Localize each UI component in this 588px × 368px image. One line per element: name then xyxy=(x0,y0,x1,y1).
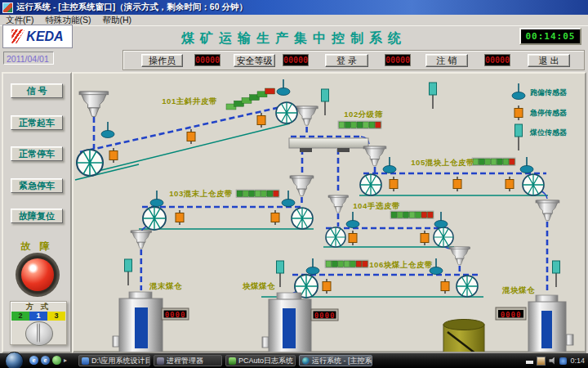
screen-102-label: 102分级筛 xyxy=(344,110,382,119)
page-title: 煤矿运输生产集中控制系统 xyxy=(122,30,466,47)
legend-estop-label: 急停传感器 xyxy=(529,109,568,117)
hopper-103-discharge xyxy=(131,231,152,249)
belt-103-lines xyxy=(139,197,314,290)
pulley-105-left xyxy=(360,174,381,195)
fault-reset-button[interactable]: 故障复位 xyxy=(11,209,63,223)
os-taskbar: e e ▸ D:\应用系统设计目... 进程管理器 PCAuto日志系统 运行系… xyxy=(0,353,588,368)
task-folder-window[interactable]: D:\应用系统设计目... xyxy=(78,355,150,366)
bunker-mixed-display: 0000 xyxy=(496,307,526,320)
deviation-sensor-icon xyxy=(346,212,359,228)
system-tray: 0:14 xyxy=(526,355,586,366)
login-display: 00000 xyxy=(385,54,411,66)
grading-screen-102 xyxy=(289,138,368,152)
hopper-to-screen xyxy=(296,106,318,125)
menu-help[interactable]: 帮助(H) xyxy=(96,15,137,26)
belt-105-label: 105混块上仓皮带 xyxy=(411,158,474,167)
tray-window-icon[interactable] xyxy=(526,361,533,364)
mode-option-2: 2 xyxy=(11,312,29,321)
hopper-105-discharge xyxy=(536,200,559,221)
signal-button[interactable]: 信 号 xyxy=(11,83,63,98)
folder-task-icon xyxy=(82,357,89,365)
window-titlebar: 运行系统 - [主控系统窗口]（演示方式，剩余时间：60 分钟） xyxy=(0,0,588,15)
operator-button[interactable]: 操作员 xyxy=(141,54,183,67)
mode-option-1: 1 xyxy=(29,312,47,321)
legend-coal-level-label: 煤位传感器 xyxy=(529,128,568,137)
bunker-lump: 0000 xyxy=(262,293,338,352)
login-button[interactable]: 登 录 xyxy=(325,54,368,67)
sensor-legend: 跑偏传感器 急停传感器 煤位传感器 xyxy=(512,83,568,150)
belt-106-label: 106块煤上仓皮带 xyxy=(369,260,432,269)
security-level-button[interactable]: 安全等级 xyxy=(234,54,275,67)
toolbar: 2011/04/01 操作员 00000 安全等级 00000 登 录 0000… xyxy=(0,49,588,72)
pulley-104-right xyxy=(434,227,453,247)
quick-launch: e e ▸ xyxy=(29,356,67,365)
tray-network-icon[interactable] xyxy=(559,357,567,365)
coal-level-sensor-icon xyxy=(430,83,437,109)
process-manager-task-icon xyxy=(157,357,164,365)
deviation-sensor-icon xyxy=(101,122,114,138)
tray-volume-icon[interactable] xyxy=(549,357,556,365)
mode-selector: 方 式 2 1 3 xyxy=(10,301,67,345)
svg-text:0000: 0000 xyxy=(314,312,336,320)
deviation-sensor-legend-icon xyxy=(512,83,525,100)
slime-bin xyxy=(443,320,484,352)
hopper-screen-right xyxy=(363,146,386,166)
belt-101-lines xyxy=(75,105,301,180)
start-button[interactable] xyxy=(5,352,24,368)
security-level-display: 00000 xyxy=(283,54,309,66)
hopper-main-shaft xyxy=(79,92,109,116)
estop-sensor-icon xyxy=(187,129,195,144)
coal-level-sensor-icon xyxy=(322,89,329,115)
belt-status-103 xyxy=(236,190,279,198)
estop-sensor-legend-icon xyxy=(514,105,523,120)
keda-logo-text: KEDA xyxy=(26,29,63,44)
pulley-101-right xyxy=(276,102,297,123)
pulley-103-left xyxy=(143,207,166,230)
deviation-sensor-icon xyxy=(434,212,448,228)
emergency-stop-button[interactable]: 紧急停车 xyxy=(11,178,63,193)
estop-sensor-icon xyxy=(453,177,461,191)
pulley-106-right xyxy=(457,276,478,297)
task-pcauto-log[interactable]: PCAuto日志系统 xyxy=(225,355,296,366)
estop-sensor-icon xyxy=(323,279,331,294)
estop-sensor-icon xyxy=(390,177,398,191)
estop-sensor-icon xyxy=(349,231,357,245)
countdown-timer-display: 00:14:05 xyxy=(519,28,581,45)
estop-sensor-icon xyxy=(441,279,449,294)
control-sidebar: 信 号 正常起车 正常停车 紧急停车 故障复位 故 障 方 式 2 1 3 xyxy=(2,72,72,353)
login-group: 操作员 00000 安全等级 00000 登 录 00000 注 销 00000… xyxy=(122,50,585,70)
estop-sensor-icon xyxy=(271,210,279,225)
task-running-system[interactable]: 运行系统 - [主控系... xyxy=(299,355,372,366)
app-launcher-icon[interactable] xyxy=(52,356,61,365)
normal-start-button[interactable]: 正常起车 xyxy=(11,115,63,130)
exit-button[interactable]: 退 出 xyxy=(528,54,570,67)
date-field[interactable]: 2011/04/01 xyxy=(3,52,54,65)
normal-stop-button[interactable]: 正常停车 xyxy=(11,146,63,161)
deviation-sensor-icon xyxy=(150,191,163,207)
tray-input-method-icon[interactable] xyxy=(537,357,546,366)
mode-rotary-switch[interactable] xyxy=(25,321,53,346)
belt-status-104 xyxy=(390,211,434,219)
bunker-lump-label: 块煤煤仓 xyxy=(242,281,275,290)
belt-status-105 xyxy=(472,158,515,166)
deviation-sensor-icon xyxy=(520,157,533,173)
pulley-105-right xyxy=(523,174,544,195)
keda-logo-mark-icon xyxy=(11,29,24,43)
scada-application-window: 运行系统 - [主控系统窗口]（演示方式，剩余时间：60 分钟） 文件(F) 特… xyxy=(0,0,588,368)
deviation-sensor-icon xyxy=(383,157,396,173)
quick-launch-expand-icon[interactable]: ▸ xyxy=(64,357,67,364)
fault-label: 故 障 xyxy=(3,240,70,254)
task-process-manager[interactable]: 进程管理器 xyxy=(154,355,222,366)
bunker-mixed: 0000 xyxy=(496,295,573,352)
fault-alarm-lamp-lens xyxy=(21,258,54,291)
process-mimic-panel: 101主斜井皮带 102分级筛 103混末上仓皮带 104手选皮带 105混块上… xyxy=(72,72,586,353)
logout-button[interactable]: 注 销 xyxy=(425,54,468,67)
estop-sensor-icon xyxy=(257,113,265,128)
browser-icon[interactable]: e xyxy=(29,356,38,365)
estop-sensor-icon xyxy=(109,148,118,163)
running-system-task-icon xyxy=(302,357,310,365)
bunker-fines-label: 混末煤仓 xyxy=(149,281,182,290)
browser2-icon[interactable]: e xyxy=(41,356,50,365)
logout-display: 00000 xyxy=(484,54,510,66)
tray-clock: 0:14 xyxy=(570,357,586,365)
